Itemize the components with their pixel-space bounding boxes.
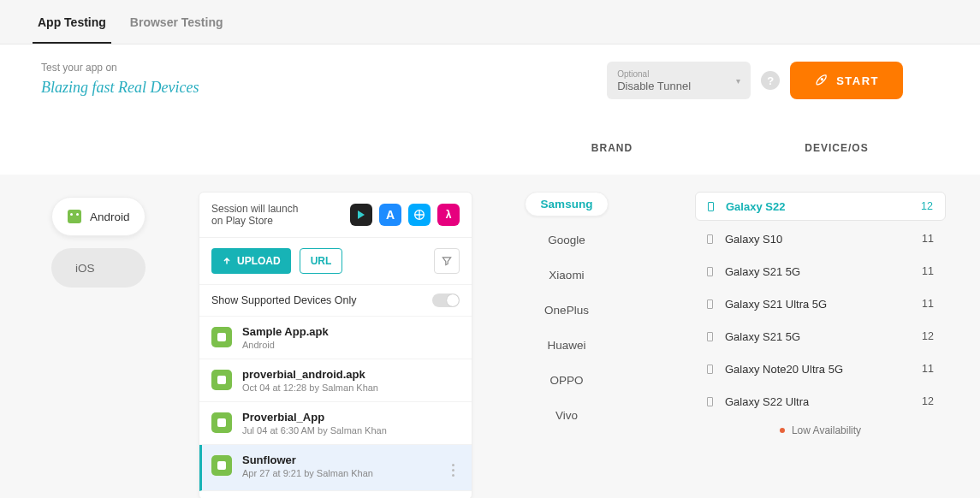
device-row[interactable]: Galaxy S21 5G 11 <box>695 257 946 286</box>
tab-browser-testing[interactable]: Browser Testing <box>118 0 235 44</box>
brand-column: Samsung Google Xiaomi OnePlus Huawei OPP… <box>472 192 635 498</box>
supported-toggle[interactable] <box>432 293 460 307</box>
device-row[interactable]: Galaxy S10 11 <box>695 224 946 253</box>
device-version: 12 <box>922 395 934 407</box>
brand-vivo[interactable]: Vivo <box>540 404 593 427</box>
upload-icon <box>222 256 232 266</box>
start-button[interactable]: START <box>790 62 903 99</box>
device-version: 11 <box>922 298 934 310</box>
device-version: 11 <box>922 265 934 277</box>
device-name: Galaxy S21 5G <box>725 265 922 278</box>
device-name: Galaxy S21 Ultra 5G <box>725 298 922 311</box>
os-ios-label: iOS <box>75 262 95 275</box>
app-item-selected[interactable]: Sunflower Apr 27 at 9:21 by Salman Khan <box>199 445 472 491</box>
brand-oppo[interactable]: OPPO <box>534 369 598 392</box>
upload-button[interactable]: UPLOAD <box>211 248 291 274</box>
brand-google[interactable]: Google <box>532 228 601 252</box>
header-row: Test your app on Blazing fast Real Devic… <box>0 44 980 99</box>
brand-samsung[interactable]: Samsung <box>525 192 609 216</box>
brand-column-header: BRAND <box>531 142 693 154</box>
device-version: 11 <box>922 363 934 375</box>
kebab-menu-icon[interactable] <box>447 459 460 482</box>
app-meta: Oct 04 at 12:28 by Salman Khan <box>242 382 378 393</box>
header-hero-title: Blazing fast Real Devices <box>41 79 607 97</box>
launch-line1: Session will launch <box>211 203 298 215</box>
launch-line2: on Play Store <box>211 215 298 227</box>
apk-icon <box>211 370 232 390</box>
app-store-icon[interactable]: A <box>379 204 401 226</box>
brand-oneplus[interactable]: OnePlus <box>529 299 604 322</box>
device-row-selected[interactable]: Galaxy S22 12 <box>695 192 946 221</box>
apk-icon <box>211 412 232 433</box>
device-name: Galaxy S21 5G <box>725 330 922 343</box>
device-name: Galaxy S10 <box>725 233 922 246</box>
rocket-icon <box>814 74 828 87</box>
help-icon[interactable]: ? <box>761 71 780 90</box>
app-meta: Apr 27 at 9:21 by Salman Khan <box>242 468 373 478</box>
low-availability-legend: Low Availability <box>695 424 946 436</box>
os-android-label: Android <box>90 210 130 223</box>
filter-button[interactable] <box>434 248 460 274</box>
os-android-pill[interactable]: Android <box>51 197 146 236</box>
url-button[interactable]: URL <box>300 248 343 274</box>
chevron-down-icon: ▾ <box>736 76 740 86</box>
device-row[interactable]: Galaxy S21 Ultra 5G 11 <box>695 289 946 318</box>
app-list: Sample App.apk Android proverbial_androi… <box>199 317 472 498</box>
play-store-icon[interactable] <box>350 204 372 226</box>
device-column-header: DEVICE/OS <box>693 142 980 154</box>
device-row[interactable]: Galaxy Note20 Ultra 5G 11 <box>695 354 946 383</box>
main-area: Android iOS Session will launch on Play … <box>0 175 980 498</box>
top-tab-bar: App Testing Browser Testing <box>0 0 980 44</box>
phone-icon <box>707 234 713 244</box>
device-version: 12 <box>921 200 933 212</box>
phone-icon <box>707 299 713 309</box>
phone-icon <box>708 202 714 211</box>
device-name: Galaxy Note20 Ultra 5G <box>725 363 922 376</box>
low-availability-dot-icon <box>780 428 785 433</box>
start-label: START <box>836 74 879 87</box>
tunnel-optional-label: Optional <box>617 68 691 80</box>
svg-point-0 <box>821 79 823 80</box>
app-meta: Android <box>242 340 329 350</box>
header-small-label: Test your app on <box>41 62 607 74</box>
funnel-icon <box>441 255 453 267</box>
android-icon <box>68 210 81 223</box>
device-row[interactable]: Galaxy S22 Ultra 12 <box>695 387 946 416</box>
device-name: Galaxy S22 <box>726 200 921 213</box>
tunnel-value: Disable Tunnel <box>617 80 691 92</box>
app-item[interactable]: proverbial_android.apk Oct 04 at 12:28 b… <box>199 359 472 402</box>
upload-label: UPLOAD <box>237 255 281 267</box>
low-availability-label: Low Availability <box>792 424 861 436</box>
apk-icon <box>211 327 232 347</box>
testflight-icon[interactable] <box>408 204 431 226</box>
device-version: 11 <box>922 233 934 245</box>
device-version: 12 <box>922 330 934 342</box>
app-name: proverbial_android.apk <box>242 368 378 381</box>
brand-xiaomi[interactable]: Xiaomi <box>533 264 599 287</box>
tunnel-dropdown[interactable]: Optional Disable Tunnel ▾ <box>607 62 751 99</box>
apk-icon <box>211 455 232 476</box>
app-item[interactable]: Proverbial_App Jul 04 at 6:30 AM by Salm… <box>199 402 472 445</box>
device-column: Galaxy S22 12 Galaxy S10 11 Galaxy S21 5… <box>635 192 980 498</box>
brand-huawei[interactable]: Huawei <box>532 334 601 357</box>
app-name: Proverbial_App <box>242 411 387 424</box>
phone-icon <box>707 267 713 276</box>
tab-app-testing[interactable]: App Testing <box>26 0 118 44</box>
device-name: Galaxy S22 Ultra <box>725 395 922 408</box>
app-name: Sunflower <box>242 454 373 466</box>
phone-icon <box>707 397 713 406</box>
phone-icon <box>707 365 713 374</box>
phone-icon <box>707 332 713 341</box>
app-name: Sample App.apk <box>242 325 329 338</box>
os-selector: Android iOS <box>0 192 171 498</box>
app-meta: Jul 04 at 6:30 AM by Salman Khan <box>242 425 387 436</box>
app-panel: Session will launch on Play Store A λ UP… <box>199 192 472 498</box>
os-ios-pill[interactable]: iOS <box>51 248 146 288</box>
supported-toggle-label: Show Supported Devices Only <box>211 294 357 306</box>
app-item[interactable]: Sample App.apk Android <box>199 317 472 359</box>
device-row[interactable]: Galaxy S21 5G 12 <box>695 322 946 351</box>
column-headers: BRAND DEVICE/OS <box>0 99 980 154</box>
firebase-icon[interactable]: λ <box>437 204 460 226</box>
